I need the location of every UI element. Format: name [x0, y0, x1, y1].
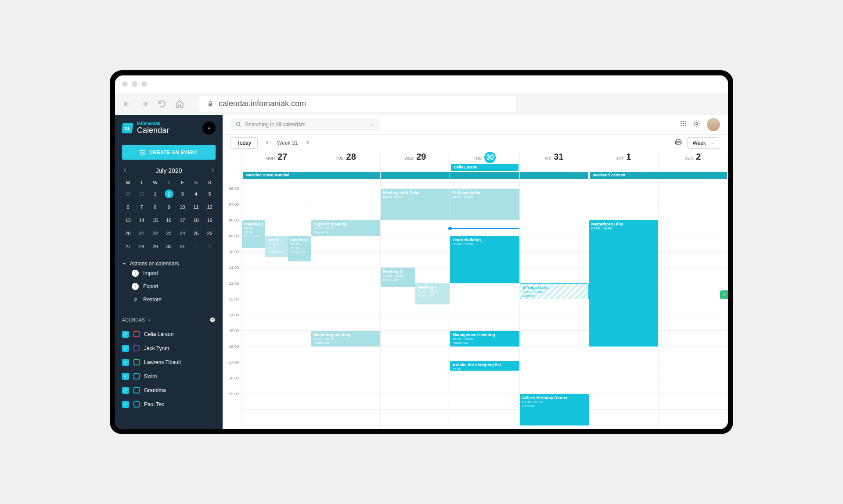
- calendar-event[interactable]: Marketing meeting15:00 - 16:00Room 321: [311, 331, 380, 347]
- mini-day[interactable]: 5: [203, 189, 216, 198]
- agenda-item[interactable]: ✓Lawrens Tibault: [115, 355, 223, 369]
- mini-prev[interactable]: [121, 166, 129, 175]
- user-avatar[interactable]: [707, 118, 720, 131]
- calendar-event[interactable]: ⟳ Yoga class12:00 - 13:00Geneva: [520, 283, 589, 299]
- mini-day[interactable]: 11: [189, 203, 203, 211]
- calendar-event[interactable]: ⟳ Unavailable06:00 - 08:00: [450, 189, 519, 220]
- mini-day[interactable]: 19: [203, 216, 216, 225]
- day-column[interactable]: TUE28Support meeting08:00 - 09:00Room 74…: [311, 152, 381, 429]
- mini-day[interactable]: 2: [165, 189, 173, 198]
- checkbox-icon[interactable]: ✓: [122, 373, 129, 380]
- chevron-down-icon: [710, 141, 714, 145]
- calendar-event[interactable]: Team Building09:00 - 12:00: [450, 236, 519, 283]
- action-import[interactable]: ↓Import: [122, 267, 216, 280]
- day-of-week: WED: [404, 156, 414, 161]
- brand-icon: 21: [122, 123, 133, 133]
- next-week[interactable]: [303, 137, 312, 149]
- day-column[interactable]: SUN2: [659, 152, 728, 429]
- checkbox-icon[interactable]: ✓: [122, 345, 129, 352]
- mini-day[interactable]: 26: [203, 229, 216, 238]
- action-restore[interactable]: ↺Restore: [122, 293, 216, 306]
- mini-day[interactable]: 20: [121, 229, 135, 238]
- mini-day[interactable]: 1: [189, 242, 203, 251]
- traffic-light-close[interactable]: [122, 81, 128, 87]
- print-button[interactable]: [675, 139, 682, 147]
- mini-day[interactable]: 30: [162, 242, 176, 251]
- prev-week[interactable]: [263, 137, 272, 149]
- sidebar-collapse[interactable]: [202, 122, 216, 135]
- mini-day[interactable]: 2: [203, 242, 216, 251]
- mini-day[interactable]: 10: [176, 203, 189, 211]
- create-event-button[interactable]: CREATE AN EVENT: [122, 145, 216, 160]
- agenda-item[interactable]: ✓Jack Tynm: [115, 341, 223, 355]
- calendar-event[interactable]: Meeti…09:00 - 10:00Room 456: [265, 236, 288, 257]
- allday-event[interactable]: Célia Larson: [451, 164, 519, 171]
- mini-day[interactable]: 7: [135, 203, 148, 211]
- mini-day[interactable]: 29: [121, 189, 135, 198]
- mini-day[interactable]: 16: [162, 216, 176, 225]
- checkbox-icon[interactable]: ✓: [122, 359, 129, 366]
- home-button[interactable]: [174, 98, 185, 110]
- gear-icon[interactable]: [693, 120, 701, 129]
- calendar-event[interactable]: Meeting 412:00 - 13:30Room 157: [415, 283, 450, 304]
- apps-grid-icon[interactable]: [680, 120, 687, 129]
- actions-toggle[interactable]: Actions on calendars: [122, 261, 216, 267]
- checkbox-icon[interactable]: ✓: [122, 387, 129, 394]
- forward-button[interactable]: [139, 98, 150, 110]
- mini-day[interactable]: 25: [189, 229, 203, 238]
- reload-button[interactable]: [156, 98, 168, 110]
- today-button[interactable]: Today: [231, 137, 258, 149]
- mini-next[interactable]: [209, 166, 216, 175]
- mini-day[interactable]: 29: [148, 242, 162, 251]
- day-column[interactable]: FRI31⟳ Yoga class12:00 - 13:00GenevaCéli…: [520, 152, 589, 429]
- calendar-event[interactable]: Meeting 309:00 - 10:30Room 287: [288, 236, 311, 261]
- address-bar[interactable]: calendar.infomaniak.com: [199, 96, 515, 112]
- day-column[interactable]: SAT1Weekend ZermattMatterhorn Hike08:00 …: [589, 152, 659, 429]
- agenda-item[interactable]: ✓Grandma: [115, 383, 223, 397]
- mini-day[interactable]: 18: [189, 216, 203, 225]
- calendar-event[interactable]: Management meeting15:00 - 16:00Room 437: [450, 331, 519, 347]
- calendar-event[interactable]: Meeting 211:00 - 13:00Room 287: [381, 268, 415, 287]
- mini-day[interactable]: 22: [148, 229, 162, 238]
- mini-day[interactable]: 9: [162, 203, 176, 211]
- calendar-event[interactable]: Célia's Birthday Dinner19:00 - 21:00Gene…: [520, 394, 589, 425]
- calendar-event[interactable]: Matterhorn Hike08:00 - 16:00: [589, 220, 658, 347]
- mini-day[interactable]: 8: [148, 203, 162, 211]
- mini-day[interactable]: 1: [148, 189, 162, 198]
- checkbox-icon[interactable]: ✓: [122, 401, 129, 408]
- traffic-light-min[interactable]: [132, 81, 137, 87]
- calendar-event[interactable]: ■ Make the shopping list17:00: [450, 361, 519, 371]
- traffic-light-max[interactable]: [141, 81, 147, 87]
- agenda-item[interactable]: ✓Swim: [115, 369, 223, 383]
- day-column[interactable]: WED29Meeting with Celia06:00 - 08:00Meet…: [381, 152, 450, 429]
- mini-day[interactable]: 28: [135, 242, 148, 251]
- calendar-event[interactable]: Support meeting08:00 - 09:00Room 74: [311, 220, 380, 236]
- mini-day[interactable]: 27: [121, 242, 135, 251]
- day-column[interactable]: MON27Vacation Steve MarchalMeeting 108:0…: [242, 152, 311, 429]
- mini-day[interactable]: 15: [148, 216, 162, 225]
- status-badge[interactable]: ✓: [720, 290, 728, 299]
- day-column[interactable]: THU30Célia Larson⟳ Unavailable06:00 - 08…: [450, 152, 519, 429]
- agenda-item[interactable]: ✓Paul Tec: [115, 397, 223, 411]
- mini-day[interactable]: 24: [176, 229, 189, 238]
- mini-day[interactable]: 17: [176, 216, 189, 225]
- calendar-event[interactable]: Meeting 108:00 - 10:00Room 321: [242, 220, 265, 248]
- mini-day[interactable]: 21: [135, 229, 148, 238]
- action-export[interactable]: ↑Export: [122, 280, 216, 293]
- search-input[interactable]: Searching in all calendars: [231, 118, 380, 131]
- mini-day[interactable]: 13: [121, 216, 135, 225]
- mini-day[interactable]: 6: [121, 203, 135, 211]
- checkbox-icon[interactable]: ✓: [122, 331, 129, 338]
- mini-day[interactable]: 31: [176, 242, 189, 251]
- calendar-event[interactable]: Meeting with Celia06:00 - 08:00: [381, 189, 450, 220]
- mini-day[interactable]: 3: [176, 189, 189, 198]
- add-agenda-button[interactable]: [209, 317, 216, 324]
- mini-day[interactable]: 12: [203, 203, 216, 211]
- mini-day[interactable]: 23: [162, 229, 176, 238]
- back-button[interactable]: [121, 98, 133, 110]
- mini-day[interactable]: 4: [189, 189, 203, 198]
- mini-day[interactable]: 14: [135, 216, 148, 225]
- agenda-item[interactable]: ✓Celia Larson: [115, 327, 223, 341]
- view-selector[interactable]: Week: [687, 137, 720, 149]
- mini-day[interactable]: 30: [135, 189, 148, 198]
